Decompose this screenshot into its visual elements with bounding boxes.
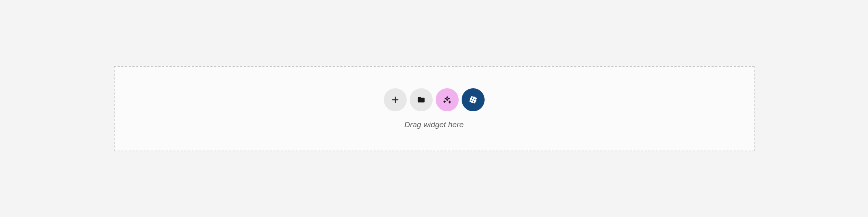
plus-icon: [391, 96, 399, 104]
dropzone-hint: Drag widget here: [405, 120, 464, 129]
joomla-button[interactable]: [462, 88, 485, 111]
add-widget-button[interactable]: [384, 88, 407, 111]
joomla-icon: [468, 95, 478, 105]
sparkle-icon: [443, 95, 452, 104]
folder-icon: [417, 96, 425, 104]
action-button-row: [384, 88, 485, 111]
widget-dropzone[interactable]: Drag widget here: [114, 66, 755, 151]
sparkle-button[interactable]: [436, 88, 459, 111]
folder-button[interactable]: [410, 88, 433, 111]
